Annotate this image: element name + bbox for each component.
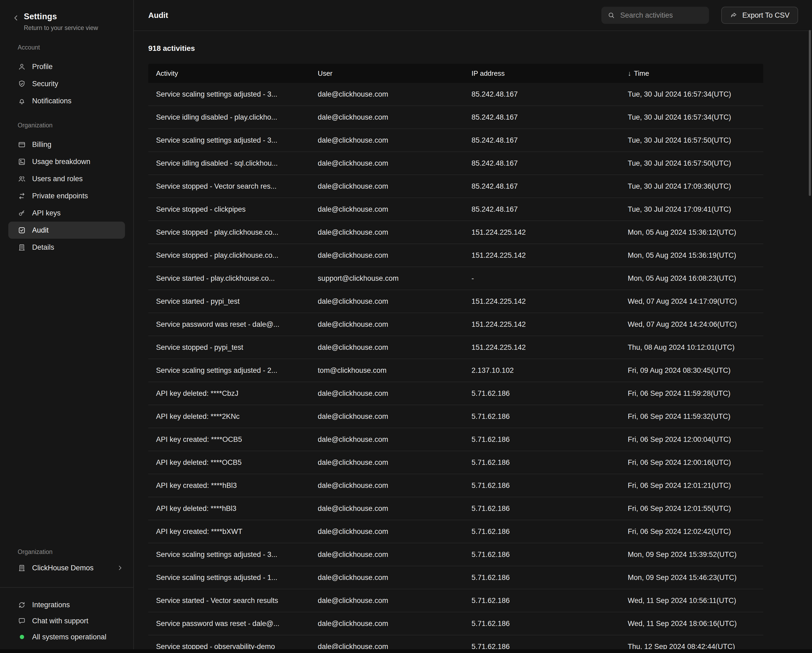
table-row[interactable]: API key created: ****hBl3 dale@clickhous… (148, 474, 763, 497)
table-body: Service scaling settings adjusted - 3...… (148, 83, 763, 653)
cell-activity: Service started - play.clickhouse.co... (148, 274, 310, 282)
back-chevron-icon[interactable] (12, 14, 20, 22)
cell-ip: - (464, 274, 620, 282)
column-header-ip-address[interactable]: IP address (464, 69, 620, 78)
table-row[interactable]: Service scaling settings adjusted - 3...… (148, 129, 763, 152)
org-switcher[interactable]: ClickHouse Demos (8, 559, 125, 577)
sidebar-item-chat-with-support[interactable]: Chat with support (8, 613, 125, 629)
cell-user: dale@clickhouse.com (310, 136, 464, 145)
cell-time: Fri, 06 Sep 2024 12:02:42(UTC) (620, 528, 763, 536)
table-row[interactable]: Service started - play.clickhouse.co... … (148, 267, 763, 290)
sidebar-item-label: Chat with support (32, 617, 89, 625)
sidebar-bottom: Organization ClickHouse Demos Integratio… (8, 548, 125, 653)
vertical-scrollbar-thumb[interactable] (809, 30, 811, 196)
topbar-actions: Export To CSV (601, 7, 798, 24)
cell-time: Fri, 06 Sep 2024 12:01:21(UTC) (620, 481, 763, 490)
cell-activity: API key deleted: ****2KNc (148, 412, 310, 421)
sidebar-section-label: Account (18, 44, 125, 51)
table-row[interactable]: Service idling disabled - play.clickho..… (148, 106, 763, 129)
cell-ip: 5.71.62.186 (464, 412, 620, 421)
cell-time: Tue, 30 Jul 2024 16:57:34(UTC) (620, 90, 763, 99)
sidebar-item-users-and-roles[interactable]: Users and roles (8, 170, 125, 187)
cell-user: dale@clickhouse.com (310, 90, 464, 99)
sidebar-item-label: Notifications (32, 97, 72, 105)
cell-ip: 5.71.62.186 (464, 528, 620, 536)
cell-time: Tue, 30 Jul 2024 16:57:50(UTC) (620, 136, 763, 145)
search-box[interactable] (601, 7, 709, 24)
table-row[interactable]: API key created: ****OCB5 dale@clickhous… (148, 428, 763, 451)
cell-activity: Service started - pypi_test (148, 298, 310, 306)
cell-time: Mon, 09 Sep 2024 15:46:23(UTC) (620, 574, 763, 582)
cell-time: Wed, 07 Aug 2024 14:17:09(UTC) (620, 298, 763, 306)
cell-user: support@clickhouse.com (310, 274, 464, 282)
cell-time: Tue, 30 Jul 2024 17:09:41(UTC) (620, 205, 763, 214)
cell-activity: Service stopped - play.clickhouse.co... (148, 228, 310, 236)
table-row[interactable]: Service stopped - Vector search res... d… (148, 175, 763, 198)
cell-activity: Service scaling settings adjusted - 2... (148, 366, 310, 375)
table-row[interactable]: Service scaling settings adjusted - 1...… (148, 566, 763, 589)
table-row[interactable]: Service password was reset - dale@... da… (148, 612, 763, 635)
cell-activity: API key deleted: ****OCB5 (148, 458, 310, 467)
sidebar-item-profile[interactable]: Profile (8, 58, 125, 75)
main-panel: Audit Export To CSV 918 activities (134, 0, 812, 653)
search-input[interactable] (620, 11, 703, 20)
cell-activity: Service scaling settings adjusted - 3... (148, 136, 310, 145)
cell-time: Mon, 05 Aug 2024 16:08:23(UTC) (620, 274, 763, 282)
table-row[interactable]: Service idling disabled - sql.clickhou..… (148, 152, 763, 175)
table-row[interactable]: Service password was reset - dale@... da… (148, 313, 763, 336)
topbar: Audit Export To CSV (134, 0, 812, 31)
column-header-user[interactable]: User (310, 69, 464, 78)
integrations-icon (18, 601, 26, 609)
table-row[interactable]: API key created: ****bXWT dale@clickhous… (148, 520, 763, 543)
sidebar-item-billing[interactable]: Billing (8, 136, 125, 153)
table-row[interactable]: API key deleted: ****CbzJ dale@clickhous… (148, 382, 763, 405)
sidebar-section-label: Organization (18, 122, 125, 129)
cell-user: dale@clickhouse.com (310, 458, 464, 467)
table-row[interactable]: Service started - Vector search results … (148, 589, 763, 612)
table-row[interactable]: Service stopped - pypi_test dale@clickho… (148, 336, 763, 359)
table-row[interactable]: API key deleted: ****hBl3 dale@clickhous… (148, 497, 763, 520)
sidebar-item-all-systems-operational[interactable]: All systems operational (8, 629, 125, 645)
cell-user: dale@clickhouse.com (310, 159, 464, 168)
bell-icon (18, 97, 26, 105)
column-header-time[interactable]: ↓Time (620, 69, 763, 78)
settings-subtitle[interactable]: Return to your service view (24, 24, 98, 32)
shield-icon (18, 80, 26, 88)
cell-user: dale@clickhouse.com (310, 412, 464, 421)
table-row[interactable]: Service stopped - clickpipes dale@clickh… (148, 198, 763, 221)
cell-user: dale@clickhouse.com (310, 528, 464, 536)
cell-time: Wed, 11 Sep 2024 10:56:11(UTC) (620, 597, 763, 605)
sidebar-item-notifications[interactable]: Notifications (8, 92, 125, 110)
export-csv-button[interactable]: Export To CSV (721, 7, 798, 24)
cell-user: dale@clickhouse.com (310, 619, 464, 628)
column-header-activity[interactable]: Activity (148, 69, 310, 78)
sidebar-item-api-keys[interactable]: API keys (8, 204, 125, 221)
sidebar-item-integrations[interactable]: Integrations (8, 597, 125, 613)
cell-user: dale@clickhouse.com (310, 505, 464, 513)
table-row[interactable]: Service stopped - play.clickhouse.co... … (148, 221, 763, 244)
cell-ip: 5.71.62.186 (464, 458, 620, 467)
cell-time: Fri, 06 Sep 2024 11:59:28(UTC) (620, 389, 763, 398)
cell-ip: 85.242.48.167 (464, 182, 620, 191)
sidebar-item-audit[interactable]: Audit (8, 221, 125, 239)
window-bottom-edge (0, 649, 812, 653)
cell-ip: 85.242.48.167 (464, 159, 620, 168)
users-icon (18, 175, 26, 183)
cell-time: Wed, 11 Sep 2024 18:06:16(UTC) (620, 619, 763, 628)
sidebar-footer: Integrations Chat with support All syste… (0, 587, 133, 645)
table-row[interactable]: Service scaling settings adjusted - 3...… (148, 83, 763, 106)
sidebar-item-private-endpoints[interactable]: Private endpoints (8, 187, 125, 204)
sidebar-item-usage-breakdown[interactable]: Usage breakdown (8, 153, 125, 170)
cell-user: dale@clickhouse.com (310, 551, 464, 559)
table-row[interactable]: Service stopped - play.clickhouse.co... … (148, 244, 763, 267)
table-row[interactable]: Service started - pypi_test dale@clickho… (148, 290, 763, 313)
table-row[interactable]: Service scaling settings adjusted - 3...… (148, 543, 763, 566)
usage-icon (18, 158, 26, 166)
sidebar-item-details[interactable]: Details (8, 239, 125, 256)
sidebar-item-security[interactable]: Security (8, 75, 125, 92)
table-row[interactable]: API key deleted: ****OCB5 dale@clickhous… (148, 451, 763, 474)
sidebar-item-label: Usage breakdown (32, 158, 90, 166)
table-row[interactable]: Service scaling settings adjusted - 2...… (148, 359, 763, 382)
table-row[interactable]: API key deleted: ****2KNc dale@clickhous… (148, 405, 763, 428)
cell-time: Fri, 06 Sep 2024 12:00:16(UTC) (620, 458, 763, 467)
